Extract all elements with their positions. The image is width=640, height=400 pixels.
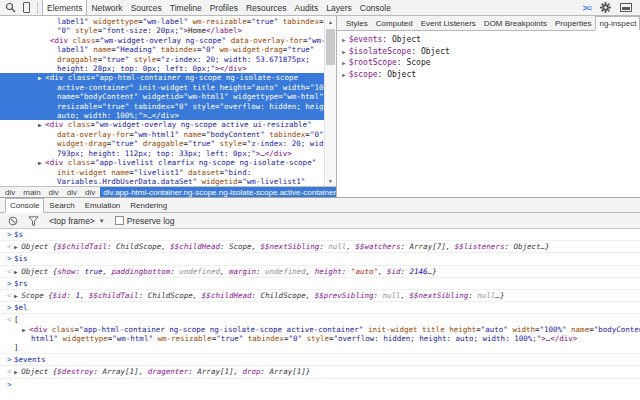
code-token: , bbox=[103, 267, 112, 276]
code-token: $$childTail bbox=[57, 242, 107, 251]
element-node[interactable]: ▶ <div class="wm-widget-overlay ng-scope… bbox=[0, 120, 324, 158]
expand-arrow-icon[interactable]: ▶ bbox=[342, 71, 346, 78]
main-tab-timeline[interactable]: Timeline bbox=[166, 0, 206, 15]
sidebar-tab-computed[interactable]: Computed bbox=[372, 16, 417, 30]
sidebar-tab-dom-breakpoints[interactable]: DOM Breakpoints bbox=[480, 16, 551, 30]
frame-context-select[interactable]: <top frame> ▼ bbox=[49, 216, 105, 226]
expand-arrow-icon[interactable]: ▶ bbox=[342, 36, 346, 43]
clear-console-icon[interactable] bbox=[8, 216, 18, 226]
console-tab-emulation[interactable]: Emulation bbox=[80, 198, 126, 212]
expand-arrow-icon[interactable]: ▶ bbox=[342, 48, 346, 55]
console-message-body: ▶ Object {show: true, paddingbottom: und… bbox=[14, 267, 640, 276]
code-token: "Heading" bbox=[116, 45, 161, 54]
scrollbar-thumb[interactable] bbox=[326, 29, 335, 65]
element-node-line: init-widget name="livelist1" dataset="bi… bbox=[0, 168, 324, 177]
scroll-down-arrow-icon[interactable]: ▼ bbox=[325, 175, 336, 186]
element-node[interactable]: ▶ <div class="app-html-container ng-scop… bbox=[0, 73, 324, 120]
code-token: "true" bbox=[102, 102, 134, 111]
console-tab-search[interactable]: Search bbox=[44, 198, 79, 212]
code-token: widgetid bbox=[202, 177, 238, 186]
main-tab-sources[interactable]: Sources bbox=[127, 0, 166, 15]
element-node[interactable]: ▶ <div class="app-livelist clearfix ng-s… bbox=[0, 158, 324, 186]
code-token: "wm-widget-overlay ng-scope active ui-re… bbox=[95, 120, 312, 129]
main-tab-elements[interactable]: Elements bbox=[42, 0, 87, 15]
code-token: : bbox=[139, 291, 148, 300]
main-tab-network[interactable]: Network bbox=[87, 0, 126, 15]
code-token: style bbox=[75, 26, 98, 35]
code-token: "app-html-container ng-scope ng-isolate-… bbox=[95, 73, 298, 82]
device-mode-icon[interactable] bbox=[23, 2, 30, 13]
main-tab-profiles[interactable]: Profiles bbox=[206, 0, 242, 15]
settings-gear-icon[interactable] bbox=[600, 2, 611, 13]
code-token: , bbox=[193, 291, 202, 300]
code-token: "true" bbox=[102, 55, 134, 64]
main-tab-audits[interactable]: Audits bbox=[291, 0, 323, 15]
result-arrow-icon: < bbox=[0, 291, 14, 300]
element-node[interactable]: <div class="wm-widget-overlay ng-scope" … bbox=[0, 36, 324, 74]
main-tab-resources[interactable]: Resources bbox=[242, 0, 291, 15]
console-message-body: ▶ Scope {$id: 1, $$childTail: ChildScope… bbox=[14, 291, 640, 300]
preserve-log-option[interactable]: Preserve log bbox=[115, 216, 175, 226]
console-line: ▶ Object {show: true, paddingbottom: und… bbox=[14, 267, 640, 276]
breadcrumb-item[interactable]: div bbox=[64, 187, 80, 197]
console-drawer-toggle-icon[interactable]: >≡ bbox=[582, 3, 591, 13]
element-node-line: ▶ <div class="wm-widget-overlay ng-scope… bbox=[0, 120, 324, 129]
console-line: ▶ Object {$$childTail: ChildScope, $$chi… bbox=[14, 242, 640, 251]
code-token: : bbox=[401, 267, 410, 276]
code-token: draggable bbox=[143, 139, 184, 148]
sidebar-tab-ng-inspect[interactable]: ng-inspect bbox=[595, 16, 640, 30]
element-node-line: ▶ <div class="app-livelist clearfix ng-s… bbox=[0, 158, 324, 167]
sidebar-tab-styles[interactable]: Styles bbox=[342, 16, 372, 30]
property-row[interactable]: ▶$rootScope: Scope bbox=[342, 57, 640, 69]
main-split: label1" widgettype="wm-label" wm-resizab… bbox=[0, 16, 640, 197]
console-line: $rs bbox=[14, 279, 640, 288]
property-row[interactable]: ▶$isolateScope: Object bbox=[342, 46, 640, 58]
code-token: , bbox=[233, 367, 242, 376]
main-tab-console[interactable]: Console bbox=[356, 0, 395, 15]
code-token: , bbox=[446, 242, 455, 251]
code-token: tabindex bbox=[161, 45, 197, 54]
code-token: null bbox=[328, 242, 346, 251]
elements-scrollbar[interactable]: ▲ ▼ bbox=[324, 16, 336, 186]
preserve-log-checkbox[interactable] bbox=[115, 216, 124, 225]
code-token: , bbox=[220, 267, 229, 276]
inspect-search-icon[interactable] bbox=[5, 2, 16, 13]
sidebar-tab-event-listeners[interactable]: Event Listeners bbox=[417, 16, 480, 30]
code-token: $destroy bbox=[57, 367, 93, 376]
sidebar-tab-properties[interactable]: Properties bbox=[551, 16, 595, 30]
expand-arrow-icon[interactable]: ▶ bbox=[342, 59, 346, 66]
console-message-result: <▶ Object {$destroy: Array[1], dragenter… bbox=[0, 366, 640, 378]
code-token: null bbox=[382, 291, 400, 300]
code-token: label1" bbox=[57, 17, 93, 26]
breadcrumb-item-selected[interactable]: div.app-html-container.ng-scope.ng-isola… bbox=[100, 187, 336, 197]
filter-funnel-icon[interactable] bbox=[28, 216, 39, 226]
code-token: $el bbox=[14, 303, 28, 312]
element-node[interactable]: label1" widgettype="wm-label" wm-resizab… bbox=[0, 17, 324, 36]
code-token: , bbox=[80, 291, 89, 300]
dock-side-icon[interactable] bbox=[620, 3, 632, 12]
main-tab-layers[interactable]: Layers bbox=[322, 0, 356, 15]
breadcrumb-item[interactable]: div bbox=[82, 187, 98, 197]
console-tab-console[interactable]: Console bbox=[5, 198, 44, 212]
breadcrumb-item[interactable]: div bbox=[2, 187, 18, 197]
scroll-up-arrow-icon[interactable]: ▲ bbox=[325, 16, 336, 27]
breadcrumb-item[interactable]: div bbox=[46, 187, 62, 197]
code-token: class bbox=[68, 120, 91, 129]
code-token: "wm-label" bbox=[143, 17, 193, 26]
code-token: "true" bbox=[287, 45, 314, 54]
elements-panel: label1" widgettype="wm-label" wm-resizab… bbox=[0, 16, 337, 197]
property-row[interactable]: ▶$events: Object bbox=[342, 34, 640, 46]
property-row[interactable]: ▶$scope: Object bbox=[342, 69, 640, 81]
code-token: Array[7] bbox=[410, 242, 446, 251]
code-token: "0" bbox=[288, 334, 306, 343]
console-tab-rendering[interactable]: Rendering bbox=[125, 198, 172, 212]
element-node-line: label1" widgettype="wm-label" wm-resizab… bbox=[0, 17, 324, 26]
sidebar-tabs: StylesComputedEvent ListenersDOM Breakpo… bbox=[337, 16, 640, 31]
code-token: widget-drag bbox=[57, 139, 107, 148]
breadcrumb-item[interactable]: main bbox=[20, 187, 43, 197]
code-token: tabindex bbox=[134, 102, 170, 111]
element-node-line: height: 28px; top: 0px; left: 0px;"></di… bbox=[0, 64, 324, 73]
property-separator: : bbox=[397, 58, 407, 67]
code-token: "auto" bbox=[351, 267, 378, 276]
code-token: style bbox=[306, 334, 329, 343]
